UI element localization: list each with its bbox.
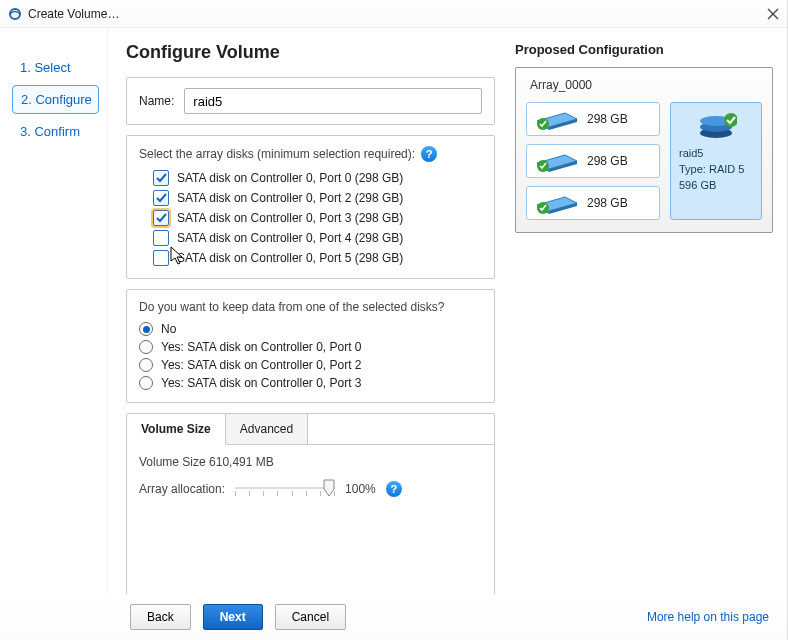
close-button[interactable] — [767, 8, 779, 20]
alloc-slider[interactable] — [235, 479, 335, 499]
disk-checkbox[interactable] — [153, 170, 169, 186]
page-title: Configure Volume — [126, 42, 495, 63]
cancel-button[interactable]: Cancel — [275, 604, 346, 630]
raid-card: raid5 Type: RAID 5 596 GB — [670, 102, 762, 220]
step-select[interactable]: 1. Select — [12, 54, 99, 81]
proposed-disk: 298 GB — [526, 102, 660, 136]
disk-checkbox[interactable] — [153, 250, 169, 266]
disk-item: SATA disk on Controller 0, Port 2 (298 G… — [153, 188, 482, 208]
disk-select-label: Select the array disks (minimum selectio… — [139, 147, 415, 161]
raid-size: 596 GB — [679, 179, 753, 191]
radio-button[interactable] — [139, 376, 153, 390]
disk-label: SATA disk on Controller 0, Port 3 (298 G… — [177, 211, 403, 225]
array-name: Array_0000 — [526, 76, 762, 94]
keep-option-label: No — [161, 322, 176, 336]
name-panel: Name: — [126, 77, 495, 125]
proposed-panel: Array_0000 298 GB 298 GB 298 GB — [515, 67, 773, 233]
next-button[interactable]: Next — [203, 604, 263, 630]
keep-data-label: Do you want to keep data from one of the… — [139, 300, 445, 314]
volume-size-card: Volume Size Advanced Volume Size 610,491… — [126, 413, 495, 613]
disk-item: SATA disk on Controller 0, Port 4 (298 G… — [153, 228, 482, 248]
disk-checkbox[interactable] — [153, 210, 169, 226]
radio-button[interactable] — [139, 340, 153, 354]
proposed-disk-size: 298 GB — [587, 112, 628, 126]
help-link[interactable]: More help on this page — [647, 610, 769, 624]
step-confirm[interactable]: 3. Confirm — [12, 118, 99, 145]
disk-item: SATA disk on Controller 0, Port 0 (298 G… — [153, 168, 482, 188]
disk-checkbox[interactable] — [153, 190, 169, 206]
name-input[interactable] — [184, 88, 482, 114]
wizard-footer: Back Next Cancel More help on this page — [0, 594, 787, 640]
wizard-steps: 1. Select 2. Configure 3. Confirm — [0, 28, 108, 594]
disk-icon — [535, 149, 579, 173]
disk-item: SATA disk on Controller 0, Port 3 (298 G… — [153, 208, 482, 228]
app-icon — [8, 7, 22, 21]
keep-option[interactable]: Yes: SATA disk on Controller 0, Port 3 — [139, 374, 482, 392]
keep-option[interactable]: Yes: SATA disk on Controller 0, Port 0 — [139, 338, 482, 356]
disk-checkbox[interactable] — [153, 230, 169, 246]
keep-data-panel: Do you want to keep data from one of the… — [126, 289, 495, 403]
raid-volume-icon — [695, 111, 737, 141]
help-icon[interactable]: ? — [421, 146, 437, 162]
disk-label: SATA disk on Controller 0, Port 2 (298 G… — [177, 191, 403, 205]
step-configure[interactable]: 2. Configure — [12, 85, 99, 114]
disk-select-panel: Select the array disks (minimum selectio… — [126, 135, 495, 279]
disk-label: SATA disk on Controller 0, Port 0 (298 G… — [177, 171, 403, 185]
radio-button[interactable] — [139, 358, 153, 372]
keep-option-label: Yes: SATA disk on Controller 0, Port 3 — [161, 376, 362, 390]
proposed-heading: Proposed Configuration — [515, 42, 773, 57]
volume-size-text: Volume Size 610,491 MB — [139, 455, 482, 469]
window-titlebar: Create Volume… — [0, 0, 787, 28]
proposed-disk: 298 GB — [526, 144, 660, 178]
name-label: Name: — [139, 94, 174, 108]
proposed-disk-size: 298 GB — [587, 154, 628, 168]
keep-option[interactable]: No — [139, 320, 482, 338]
svg-point-0 — [10, 9, 20, 19]
keep-option[interactable]: Yes: SATA disk on Controller 0, Port 2 — [139, 356, 482, 374]
back-button[interactable]: Back — [130, 604, 191, 630]
alloc-label: Array allocation: — [139, 482, 225, 496]
radio-button[interactable] — [139, 322, 153, 336]
proposed-disk: 298 GB — [526, 186, 660, 220]
disk-icon — [535, 107, 579, 131]
disk-icon — [535, 191, 579, 215]
slider-thumb-icon[interactable] — [323, 479, 335, 497]
help-icon[interactable]: ? — [386, 481, 402, 497]
raid-name: raid5 — [679, 147, 753, 159]
tab-volume-size[interactable]: Volume Size — [127, 414, 226, 445]
keep-option-label: Yes: SATA disk on Controller 0, Port 2 — [161, 358, 362, 372]
disk-label: SATA disk on Controller 0, Port 4 (298 G… — [177, 231, 403, 245]
keep-option-label: Yes: SATA disk on Controller 0, Port 0 — [161, 340, 362, 354]
disk-label: SATA disk on Controller 0, Port 5 (298 G… — [177, 251, 403, 265]
raid-type: Type: RAID 5 — [679, 163, 753, 175]
alloc-value: 100% — [345, 482, 376, 496]
disk-item: SATA disk on Controller 0, Port 5 (298 G… — [153, 248, 482, 268]
tab-advanced[interactable]: Advanced — [226, 414, 308, 444]
window-title: Create Volume… — [28, 7, 767, 21]
proposed-disk-size: 298 GB — [587, 196, 628, 210]
